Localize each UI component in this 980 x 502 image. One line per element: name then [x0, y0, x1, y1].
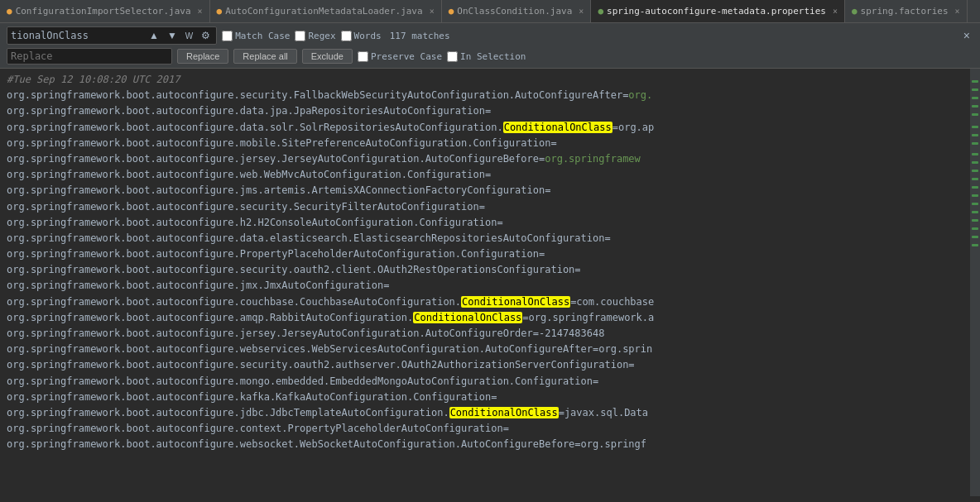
regex-label: Regex: [308, 31, 335, 41]
in-selection-checkbox[interactable]: [447, 51, 458, 62]
line-4: org.springframework.boot.autoconfigure.m…: [7, 136, 980, 151]
minimap-mark-8: [972, 142, 978, 145]
words-checkbox-label[interactable]: Words: [341, 31, 382, 41]
minimap-mark-16: [972, 211, 978, 213]
replace-input[interactable]: [11, 50, 143, 62]
line-1: org.springframework.boot.autoconfigure.s…: [7, 88, 980, 103]
preserve-case-label: Preserve Case: [371, 51, 442, 62]
nav-next-button[interactable]: ▼: [165, 29, 180, 42]
regex-checkbox[interactable]: [295, 31, 305, 41]
line-9: org.springframework.boot.autoconfigure.h…: [7, 215, 980, 231]
line-14: org.springframework.boot.autoconfigure.c…: [7, 294, 980, 310]
minimap-mark-11: [972, 170, 978, 172]
tab-close-2[interactable]: ×: [579, 7, 584, 16]
line-17: org.springframework.boot.autoconfigure.w…: [7, 342, 980, 357]
search-input[interactable]: [11, 30, 143, 41]
factories-file-icon: ●: [852, 6, 858, 17]
replace-input-wrap: [7, 48, 172, 65]
minimap-mark-12: [972, 178, 978, 180]
line-6: org.springframework.boot.autoconfigure.w…: [7, 167, 980, 183]
find-row-2: Replace Replace all Exclude Preserve Cas…: [7, 48, 973, 65]
find-row-1: ▲ ▼ W ⚙ Match Case Regex Words 117 match…: [7, 26, 973, 45]
in-selection-label: In Selection: [460, 51, 526, 62]
line-8: org.springframework.boot.autoconfigure.s…: [7, 199, 980, 215]
line-7: org.springframework.boot.autoconfigure.j…: [7, 183, 980, 198]
line-19: org.springframework.boot.autoconfigure.m…: [7, 374, 980, 390]
match-case-label: Match Case: [235, 31, 290, 41]
tab-onclass-condition[interactable]: ● OnClassCondition.java ×: [442, 0, 592, 22]
minimap-mark-4: [972, 105, 978, 108]
line-2: org.springframework.boot.autoconfigure.d…: [7, 103, 980, 119]
scrollbar-minimap: [970, 69, 980, 496]
in-selection-checkbox-label[interactable]: In Selection: [447, 51, 526, 62]
java-file-icon-3: ●: [449, 6, 454, 17]
tab-close-3[interactable]: ×: [833, 7, 838, 16]
line-20: org.springframework.boot.autoconfigure.k…: [7, 390, 980, 405]
line-5: org.springframework.boot.autoconfigure.j…: [7, 151, 980, 167]
line-3: org.springframework.boot.autoconfigure.d…: [7, 120, 980, 136]
editor-content: #Tue Sep 12 10:08:20 UTC 2017 org.spring…: [0, 69, 980, 457]
tab-spring-factories[interactable]: ● spring.factories ×: [845, 0, 968, 22]
close-find-bar-button[interactable]: ×: [960, 29, 973, 42]
minimap-mark-10: [972, 161, 978, 164]
java-file-icon-2: ●: [217, 6, 223, 17]
search-input-wrap: ▲ ▼ W ⚙: [7, 26, 217, 45]
tab-configuration-import-selector[interactable]: ● ConfigurationImportSelector.java ×: [0, 0, 210, 22]
properties-file-icon: ●: [598, 6, 603, 17]
editor-area: #Tue Sep 12 10:08:20 UTC 2017 org.spring…: [0, 69, 980, 496]
minimap-mark-18: [972, 227, 978, 230]
tab-close-0[interactable]: ×: [198, 7, 203, 16]
minimap-mark-9: [972, 153, 978, 155]
tab-autoconfiguration-metadata-loader[interactable]: ● AutoConfigurationMetadataLoader.java ×: [210, 0, 442, 22]
find-replace-bar: ▲ ▼ W ⚙ Match Case Regex Words 117 match…: [0, 23, 980, 69]
replace-button[interactable]: Replace: [177, 49, 228, 64]
tab-spring-autoconfigure-metadata[interactable]: ● spring-autoconfigure-metadata.properti…: [591, 0, 845, 22]
nav-prev-button[interactable]: ▲: [147, 29, 161, 42]
line-22: org.springframework.boot.autoconfigure.c…: [7, 421, 980, 437]
minimap-mark-5: [972, 113, 978, 116]
exclude-button[interactable]: Exclude: [302, 49, 353, 64]
minimap-mark-3: [972, 97, 978, 99]
minimap-mark-15: [972, 203, 978, 205]
replace-all-button[interactable]: Replace all: [233, 49, 296, 64]
regex-checkbox-label[interactable]: Regex: [295, 31, 335, 41]
line-10: org.springframework.boot.autoconfigure.d…: [7, 231, 980, 246]
find-settings-button[interactable]: ⚙: [199, 29, 213, 42]
minimap-mark-14: [972, 194, 978, 197]
match-case-checkbox[interactable]: [222, 31, 233, 41]
minimap-mark-19: [972, 236, 978, 238]
minimap-mark-7: [972, 134, 978, 136]
line-16: org.springframework.boot.autoconfigure.j…: [7, 326, 980, 342]
line-13: org.springframework.boot.autoconfigure.j…: [7, 278, 980, 294]
minimap-mark-1: [972, 80, 978, 83]
line-21: org.springframework.boot.autoconfigure.j…: [7, 405, 980, 421]
tab-close-1[interactable]: ×: [430, 7, 435, 16]
nav-word-button[interactable]: W: [183, 31, 195, 41]
words-label: Words: [354, 31, 382, 41]
tab-close-4[interactable]: ×: [955, 7, 960, 16]
preserve-case-checkbox-label[interactable]: Preserve Case: [358, 51, 442, 62]
matches-count: 117 matches: [390, 31, 450, 41]
minimap-mark-6: [972, 126, 978, 128]
line-23: org.springframework.boot.autoconfigure.w…: [7, 437, 980, 452]
words-checkbox[interactable]: [341, 31, 352, 41]
match-case-checkbox-label[interactable]: Match Case: [222, 31, 290, 41]
minimap-mark-2: [972, 88, 978, 91]
line-12: org.springframework.boot.autoconfigure.s…: [7, 262, 980, 278]
line-15: org.springframework.boot.autoconfigure.a…: [7, 310, 980, 326]
tab-bar: ● ConfigurationImportSelector.java × ● A…: [0, 0, 980, 23]
java-file-icon: ●: [7, 6, 12, 17]
line-11: org.springframework.boot.autoconfigure.P…: [7, 246, 980, 262]
line-18: org.springframework.boot.autoconfigure.s…: [7, 357, 980, 373]
comment-text: #Tue Sep 12 10:08:20 UTC 2017: [7, 72, 180, 88]
minimap-mark-17: [972, 219, 978, 222]
preserve-case-checkbox[interactable]: [358, 51, 368, 62]
minimap-mark-13: [972, 186, 978, 189]
comment-line: #Tue Sep 12 10:08:20 UTC 2017: [7, 72, 980, 88]
minimap-mark-20: [972, 244, 978, 246]
